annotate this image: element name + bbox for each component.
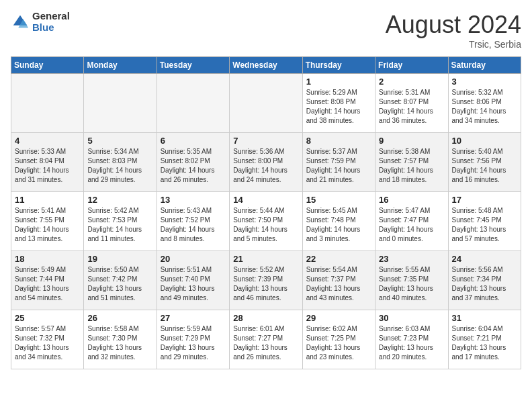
cell-info: Sunrise: 6:03 AMSunset: 7:23 PMDaylight:… bbox=[379, 324, 444, 362]
calendar-cell bbox=[11, 74, 84, 133]
weekday-header-row: SundayMondayTuesdayWednesdayThursdayFrid… bbox=[11, 57, 521, 74]
weekday-header: Friday bbox=[375, 57, 448, 74]
day-number: 6 bbox=[161, 136, 226, 146]
day-number: 21 bbox=[233, 254, 298, 264]
cell-info: Sunrise: 5:37 AMSunset: 7:59 PMDaylight:… bbox=[306, 147, 371, 185]
cell-info: Sunrise: 5:32 AMSunset: 8:06 PMDaylight:… bbox=[452, 88, 517, 126]
logo-icon bbox=[11, 13, 30, 32]
month-title: August 2024 bbox=[386, 11, 521, 39]
cell-info: Sunrise: 5:36 AMSunset: 8:00 PMDaylight:… bbox=[233, 147, 298, 185]
cell-info: Sunrise: 5:51 AMSunset: 7:40 PMDaylight:… bbox=[161, 265, 226, 303]
day-number: 29 bbox=[306, 313, 371, 323]
calendar-cell: 5Sunrise: 5:34 AMSunset: 8:03 PMDaylight… bbox=[84, 133, 157, 192]
calendar-cell: 24Sunrise: 5:56 AMSunset: 7:34 PMDayligh… bbox=[448, 251, 521, 310]
day-number: 1 bbox=[306, 77, 371, 87]
calendar-cell: 30Sunrise: 6:03 AMSunset: 7:23 PMDayligh… bbox=[375, 310, 448, 369]
calendar-cell: 31Sunrise: 6:04 AMSunset: 7:21 PMDayligh… bbox=[448, 310, 521, 369]
day-number: 30 bbox=[379, 313, 444, 323]
cell-info: Sunrise: 5:49 AMSunset: 7:44 PMDaylight:… bbox=[15, 265, 80, 303]
cell-info: Sunrise: 5:44 AMSunset: 7:50 PMDaylight:… bbox=[233, 206, 298, 244]
day-number: 7 bbox=[233, 136, 298, 146]
page-header: General Blue August 2024 Trsic, Serbia bbox=[11, 11, 521, 50]
cell-info: Sunrise: 5:29 AMSunset: 8:08 PMDaylight:… bbox=[306, 88, 371, 126]
calendar-cell bbox=[157, 74, 229, 133]
cell-info: Sunrise: 5:31 AMSunset: 8:07 PMDaylight:… bbox=[379, 88, 444, 126]
calendar-cell: 4Sunrise: 5:33 AMSunset: 8:04 PMDaylight… bbox=[11, 133, 84, 192]
day-number: 2 bbox=[379, 77, 444, 87]
calendar-cell bbox=[84, 74, 157, 133]
cell-info: Sunrise: 5:59 AMSunset: 7:29 PMDaylight:… bbox=[161, 324, 226, 362]
day-number: 3 bbox=[452, 77, 517, 87]
logo-general-text: General bbox=[32, 11, 70, 22]
logo-text: General Blue bbox=[32, 11, 70, 33]
cell-info: Sunrise: 5:33 AMSunset: 8:04 PMDaylight:… bbox=[15, 147, 80, 185]
day-number: 4 bbox=[15, 136, 80, 146]
calendar-week-row: 11Sunrise: 5:41 AMSunset: 7:55 PMDayligh… bbox=[11, 192, 521, 251]
calendar-cell: 23Sunrise: 5:55 AMSunset: 7:35 PMDayligh… bbox=[375, 251, 448, 310]
cell-info: Sunrise: 5:34 AMSunset: 8:03 PMDaylight:… bbox=[87, 147, 152, 185]
cell-info: Sunrise: 5:42 AMSunset: 7:53 PMDaylight:… bbox=[87, 206, 152, 244]
calendar-week-row: 4Sunrise: 5:33 AMSunset: 8:04 PMDaylight… bbox=[11, 133, 521, 192]
calendar-cell: 3Sunrise: 5:32 AMSunset: 8:06 PMDaylight… bbox=[448, 74, 521, 133]
day-number: 26 bbox=[87, 313, 152, 323]
weekday-header: Wednesday bbox=[230, 57, 302, 74]
day-number: 24 bbox=[452, 254, 517, 264]
cell-info: Sunrise: 5:57 AMSunset: 7:32 PMDaylight:… bbox=[15, 324, 80, 362]
calendar-week-row: 25Sunrise: 5:57 AMSunset: 7:32 PMDayligh… bbox=[11, 310, 521, 369]
calendar-cell: 17Sunrise: 5:48 AMSunset: 7:45 PMDayligh… bbox=[448, 192, 521, 251]
calendar-cell: 27Sunrise: 5:59 AMSunset: 7:29 PMDayligh… bbox=[157, 310, 229, 369]
day-number: 13 bbox=[161, 195, 226, 205]
calendar-cell: 6Sunrise: 5:35 AMSunset: 8:02 PMDaylight… bbox=[157, 133, 229, 192]
calendar-cell: 12Sunrise: 5:42 AMSunset: 7:53 PMDayligh… bbox=[84, 192, 157, 251]
day-number: 20 bbox=[161, 254, 226, 264]
weekday-header: Thursday bbox=[302, 57, 375, 74]
calendar-cell: 15Sunrise: 5:45 AMSunset: 7:48 PMDayligh… bbox=[302, 192, 375, 251]
calendar-cell: 16Sunrise: 5:47 AMSunset: 7:47 PMDayligh… bbox=[375, 192, 448, 251]
cell-info: Sunrise: 5:40 AMSunset: 7:56 PMDaylight:… bbox=[452, 147, 517, 185]
calendar-cell: 21Sunrise: 5:52 AMSunset: 7:39 PMDayligh… bbox=[230, 251, 302, 310]
cell-info: Sunrise: 5:52 AMSunset: 7:39 PMDaylight:… bbox=[233, 265, 298, 303]
cell-info: Sunrise: 5:48 AMSunset: 7:45 PMDaylight:… bbox=[452, 206, 517, 244]
calendar-cell: 14Sunrise: 5:44 AMSunset: 7:50 PMDayligh… bbox=[230, 192, 302, 251]
title-block: August 2024 Trsic, Serbia bbox=[386, 11, 521, 50]
cell-info: Sunrise: 5:50 AMSunset: 7:42 PMDaylight:… bbox=[87, 265, 152, 303]
logo-blue-text: Blue bbox=[32, 22, 70, 34]
cell-info: Sunrise: 5:54 AMSunset: 7:37 PMDaylight:… bbox=[306, 265, 371, 303]
day-number: 31 bbox=[452, 313, 517, 323]
cell-info: Sunrise: 6:04 AMSunset: 7:21 PMDaylight:… bbox=[452, 324, 517, 362]
day-number: 17 bbox=[452, 195, 517, 205]
day-number: 27 bbox=[161, 313, 226, 323]
calendar-cell: 2Sunrise: 5:31 AMSunset: 8:07 PMDaylight… bbox=[375, 74, 448, 133]
cell-info: Sunrise: 5:45 AMSunset: 7:48 PMDaylight:… bbox=[306, 206, 371, 244]
day-number: 11 bbox=[15, 195, 80, 205]
calendar-cell: 25Sunrise: 5:57 AMSunset: 7:32 PMDayligh… bbox=[11, 310, 84, 369]
day-number: 15 bbox=[306, 195, 371, 205]
day-number: 5 bbox=[87, 136, 152, 146]
calendar-cell: 19Sunrise: 5:50 AMSunset: 7:42 PMDayligh… bbox=[84, 251, 157, 310]
cell-info: Sunrise: 5:56 AMSunset: 7:34 PMDaylight:… bbox=[452, 265, 517, 303]
logo: General Blue bbox=[11, 11, 70, 33]
weekday-header: Saturday bbox=[448, 57, 521, 74]
day-number: 25 bbox=[15, 313, 80, 323]
cell-info: Sunrise: 5:43 AMSunset: 7:52 PMDaylight:… bbox=[161, 206, 226, 244]
calendar-cell: 10Sunrise: 5:40 AMSunset: 7:56 PMDayligh… bbox=[448, 133, 521, 192]
calendar-cell: 9Sunrise: 5:38 AMSunset: 7:57 PMDaylight… bbox=[375, 133, 448, 192]
calendar-cell: 18Sunrise: 5:49 AMSunset: 7:44 PMDayligh… bbox=[11, 251, 84, 310]
weekday-header: Sunday bbox=[11, 57, 84, 74]
calendar-week-row: 18Sunrise: 5:49 AMSunset: 7:44 PMDayligh… bbox=[11, 251, 521, 310]
day-number: 14 bbox=[233, 195, 298, 205]
cell-info: Sunrise: 5:47 AMSunset: 7:47 PMDaylight:… bbox=[379, 206, 444, 244]
calendar-week-row: 1Sunrise: 5:29 AMSunset: 8:08 PMDaylight… bbox=[11, 74, 521, 133]
weekday-header: Monday bbox=[84, 57, 157, 74]
calendar-table: SundayMondayTuesdayWednesdayThursdayFrid… bbox=[11, 56, 521, 369]
day-number: 9 bbox=[379, 136, 444, 146]
calendar-cell: 8Sunrise: 5:37 AMSunset: 7:59 PMDaylight… bbox=[302, 133, 375, 192]
cell-info: Sunrise: 5:58 AMSunset: 7:30 PMDaylight:… bbox=[87, 324, 152, 362]
calendar-cell: 11Sunrise: 5:41 AMSunset: 7:55 PMDayligh… bbox=[11, 192, 84, 251]
calendar-cell: 22Sunrise: 5:54 AMSunset: 7:37 PMDayligh… bbox=[302, 251, 375, 310]
calendar-cell bbox=[230, 74, 302, 133]
day-number: 18 bbox=[15, 254, 80, 264]
calendar-cell: 7Sunrise: 5:36 AMSunset: 8:00 PMDaylight… bbox=[230, 133, 302, 192]
cell-info: Sunrise: 5:35 AMSunset: 8:02 PMDaylight:… bbox=[161, 147, 226, 185]
cell-info: Sunrise: 6:01 AMSunset: 7:27 PMDaylight:… bbox=[233, 324, 298, 362]
